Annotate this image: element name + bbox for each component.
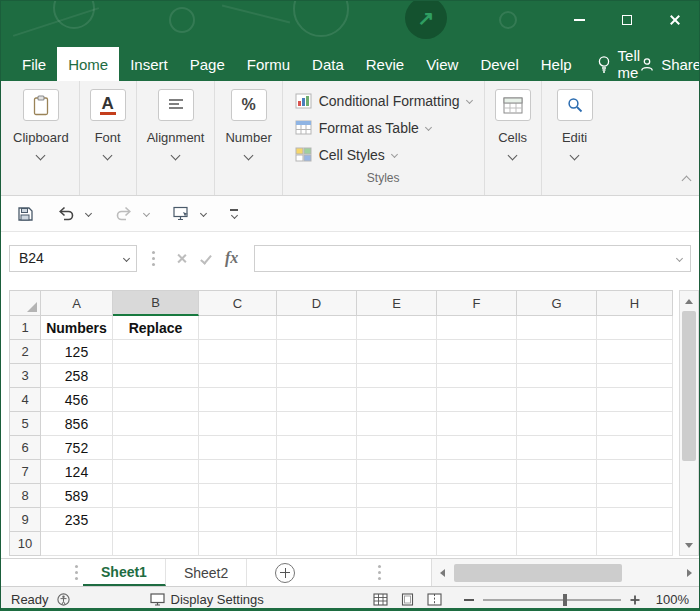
cell-F5[interactable]: [437, 412, 517, 436]
cell-D8[interactable]: [277, 484, 357, 508]
cell-D5[interactable]: [277, 412, 357, 436]
close-button[interactable]: [651, 1, 699, 39]
cell-G3[interactable]: [517, 364, 597, 388]
cell-H9[interactable]: [597, 508, 673, 532]
row-header-7[interactable]: 7: [9, 460, 41, 484]
cell-B6[interactable]: [113, 436, 199, 460]
save-button[interactable]: [13, 201, 37, 227]
cell-B7[interactable]: [113, 460, 199, 484]
cell-E3[interactable]: [357, 364, 437, 388]
column-header-f[interactable]: F: [437, 290, 517, 316]
scroll-left-button[interactable]: [432, 559, 450, 586]
zoom-slider[interactable]: [483, 599, 621, 601]
cell-G1[interactable]: [517, 316, 597, 340]
cell-B8[interactable]: [113, 484, 199, 508]
sheet-tab-sheet2[interactable]: Sheet2: [166, 559, 247, 586]
cell-F6[interactable]: [437, 436, 517, 460]
cell-E5[interactable]: [357, 412, 437, 436]
cell-G10[interactable]: [517, 532, 597, 556]
page-break-preview-button[interactable]: [427, 593, 442, 606]
tab-data[interactable]: Data: [301, 47, 355, 81]
cell-G4[interactable]: [517, 388, 597, 412]
cell-E9[interactable]: [357, 508, 437, 532]
cell-F1[interactable]: [437, 316, 517, 340]
undo-button[interactable]: [53, 201, 79, 227]
row-header-8[interactable]: 8: [9, 484, 41, 508]
collapse-ribbon-button[interactable]: [683, 170, 690, 188]
zoom-slider-thumb[interactable]: [563, 594, 567, 606]
cell-H3[interactable]: [597, 364, 673, 388]
sheetbar-grip[interactable]: [373, 559, 386, 586]
cell-F8[interactable]: [437, 484, 517, 508]
sheet-tab-sheet1[interactable]: Sheet1: [83, 559, 166, 586]
column-header-b[interactable]: B: [113, 290, 199, 316]
ribbon-group-editing[interactable]: Editi: [542, 81, 598, 195]
column-header-d[interactable]: D: [277, 290, 357, 316]
display-settings-button[interactable]: Display Settings: [150, 592, 264, 607]
page-layout-view-button[interactable]: [400, 593, 415, 606]
cell-D2[interactable]: [277, 340, 357, 364]
cell-C4[interactable]: [199, 388, 277, 412]
cell-B3[interactable]: [113, 364, 199, 388]
cell-H7[interactable]: [597, 460, 673, 484]
vertical-scroll-track[interactable]: [680, 309, 698, 537]
cell-G6[interactable]: [517, 436, 597, 460]
cell-D9[interactable]: [277, 508, 357, 532]
cell-H10[interactable]: [597, 532, 673, 556]
row-header-5[interactable]: 5: [9, 412, 41, 436]
row-header-9[interactable]: 9: [9, 508, 41, 532]
cell-E6[interactable]: [357, 436, 437, 460]
horizontal-scroll-thumb[interactable]: [454, 564, 622, 582]
vertical-scrollbar[interactable]: [679, 290, 699, 556]
cell-A7[interactable]: 124: [41, 460, 113, 484]
cell-H4[interactable]: [597, 388, 673, 412]
cell-A6[interactable]: 752: [41, 436, 113, 460]
cell-C6[interactable]: [199, 436, 277, 460]
scroll-up-button[interactable]: [680, 291, 698, 309]
cell-D4[interactable]: [277, 388, 357, 412]
tab-devel[interactable]: Devel: [469, 47, 529, 81]
horizontal-scrollbar[interactable]: [431, 559, 699, 586]
touch-mouse-mode-button[interactable]: [169, 201, 194, 227]
cell-B5[interactable]: [113, 412, 199, 436]
ribbon-group-number[interactable]: % Number: [215, 81, 282, 195]
cell-D10[interactable]: [277, 532, 357, 556]
normal-view-button[interactable]: [373, 593, 388, 606]
formula-bar-grip[interactable]: [152, 257, 155, 260]
ribbon-group-clipboard[interactable]: Clipboard: [3, 81, 80, 195]
cell-H2[interactable]: [597, 340, 673, 364]
ribbon-group-font[interactable]: A Font: [80, 81, 137, 195]
insert-function-button[interactable]: fx: [225, 249, 238, 267]
cell-C9[interactable]: [199, 508, 277, 532]
cell-E2[interactable]: [357, 340, 437, 364]
cell-F9[interactable]: [437, 508, 517, 532]
cell-D7[interactable]: [277, 460, 357, 484]
cell-C5[interactable]: [199, 412, 277, 436]
cell-C10[interactable]: [199, 532, 277, 556]
cell-B2[interactable]: [113, 340, 199, 364]
new-sheet-button[interactable]: [275, 563, 295, 583]
undo-dropdown[interactable]: [82, 201, 95, 227]
enter-icon[interactable]: [200, 252, 212, 264]
cell-F3[interactable]: [437, 364, 517, 388]
minimize-button[interactable]: [555, 1, 603, 39]
redo-button[interactable]: [111, 201, 137, 227]
cell-A3[interactable]: 258: [41, 364, 113, 388]
cell-H1[interactable]: [597, 316, 673, 340]
cell-E8[interactable]: [357, 484, 437, 508]
scroll-right-button[interactable]: [681, 559, 699, 586]
row-header-6[interactable]: 6: [9, 436, 41, 460]
name-box[interactable]: B24: [9, 245, 137, 272]
column-header-g[interactable]: G: [517, 290, 597, 316]
cell-A4[interactable]: 456: [41, 388, 113, 412]
column-header-e[interactable]: E: [357, 290, 437, 316]
cell-E4[interactable]: [357, 388, 437, 412]
cell-A8[interactable]: 589: [41, 484, 113, 508]
cell-A1[interactable]: Numbers: [41, 316, 113, 340]
scroll-down-button[interactable]: [680, 537, 698, 555]
cell-F2[interactable]: [437, 340, 517, 364]
horizontal-scroll-track[interactable]: [450, 559, 681, 586]
conditional-formatting-button[interactable]: Conditional Formatting: [295, 87, 472, 114]
cell-D6[interactable]: [277, 436, 357, 460]
cell-H6[interactable]: [597, 436, 673, 460]
